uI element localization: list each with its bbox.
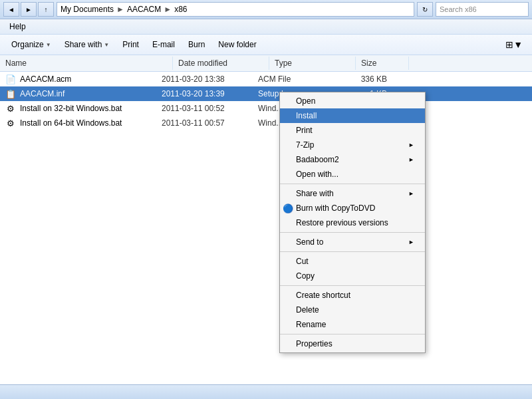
status-bar [0, 384, 532, 399]
context-menu-item-install[interactable]: Install [280, 108, 425, 123]
email-button[interactable]: E-mail [146, 37, 181, 52]
ctx-item-label: Cut [296, 257, 309, 266]
ctx-item-label: Burn with CopyToDVD [296, 203, 375, 213]
table-row[interactable]: ⚙Install on 64-bit Windows.bat2011-03-11… [0, 116, 532, 130]
ctx-item-label: Rename [296, 320, 326, 329]
col-header-date[interactable]: Date modified [173, 57, 269, 70]
col-header-size[interactable]: Size [356, 57, 409, 70]
views-button[interactable]: ⊞ ▼ [501, 37, 527, 53]
new-folder-button[interactable]: New folder [212, 37, 262, 52]
print-button[interactable]: Print [116, 37, 145, 52]
ctx-separator [280, 251, 425, 252]
back-button[interactable]: ◄ [3, 2, 19, 17]
ctx-submenu-arrow: ► [408, 156, 414, 163]
file-name: AACACM.acm [20, 74, 71, 84]
file-name-cell: ⚙Install on 64-bit Windows.bat [0, 118, 156, 128]
address-bar[interactable]: My Documents ► AACACM ► x86 [57, 2, 414, 17]
table-row[interactable]: 📋AACACM.inf2011-03-20 13:39Setup I...1 K… [0, 86, 532, 101]
up-button[interactable]: ↑ [38, 2, 54, 17]
column-headers: Name Date modified Type Size [0, 55, 532, 72]
breadcrumb: My Documents ► AACACM ► x86 [61, 5, 188, 14]
breadcrumb-item-2[interactable]: AACACM [127, 5, 161, 14]
ctx-item-label: Open with... [296, 170, 338, 179]
context-menu-item-badaboom2[interactable]: Badaboom2► [280, 152, 425, 167]
views-arrow: ▼ [513, 39, 523, 50]
file-date: 2011-03-20 13:39 [156, 89, 253, 98]
new-folder-label: New folder [218, 40, 256, 49]
ctx-item-label: Open [296, 96, 315, 106]
file-list[interactable]: Name Date modified Type Size 📄AACACM.acm… [0, 55, 532, 391]
file-name: Install on 64-bit Windows.bat [20, 118, 122, 128]
context-menu-item-cut[interactable]: Cut [280, 254, 425, 269]
ctx-item-label: Properties [296, 339, 332, 348]
context-menu-item-copy[interactable]: Copy [280, 269, 425, 283]
file-date: 2011-03-11 00:52 [156, 104, 253, 113]
ctx-item-label: Copy [296, 271, 315, 281]
ctx-separator [280, 232, 425, 233]
file-size: 336 KB [339, 74, 392, 84]
context-menu-item-share-with[interactable]: Share with► [280, 186, 425, 201]
ctx-item-label: Restore previous versions [296, 218, 388, 227]
file-icon: 📋 [4, 89, 17, 99]
context-menu-item-create-shortcut[interactable]: Create shortcut [280, 288, 425, 303]
refresh-button[interactable]: ↻ [417, 2, 433, 17]
forward-button[interactable]: ► [21, 2, 37, 17]
ctx-item-label: Delete [296, 305, 319, 315]
context-menu-item-print[interactable]: Print [280, 123, 425, 138]
context-menu-item-delete[interactable]: Delete [280, 303, 425, 317]
organize-arrow: ▼ [46, 42, 51, 48]
context-menu-item-rename[interactable]: Rename [280, 317, 425, 332]
ctx-submenu-arrow: ► [408, 142, 414, 148]
toolbar: Organize ▼ Share with ▼ Print E-mail Bur… [0, 35, 532, 55]
search-box[interactable]: Search x86 [436, 2, 529, 17]
context-menu-item-open-with...[interactable]: Open with... [280, 167, 425, 182]
table-row[interactable]: 📄AACACM.acm2011-03-20 13:38ACM File336 K… [0, 72, 532, 86]
share-with-button[interactable]: Share with ▼ [59, 37, 116, 52]
ctx-separator [280, 334, 425, 334]
context-menu-item-properties[interactable]: Properties [280, 336, 425, 351]
ctx-item-label: Send to [296, 237, 323, 247]
file-icon: ⚙ [4, 118, 17, 128]
help-menu[interactable]: Help [5, 21, 30, 33]
file-icon: 📄 [4, 74, 17, 84]
menu-bar: Help [0, 19, 532, 35]
breadcrumb-item-3[interactable]: x86 [174, 5, 187, 14]
share-arrow: ▼ [104, 42, 109, 48]
share-label: Share with [65, 40, 102, 49]
file-rows-container: 📄AACACM.acm2011-03-20 13:38ACM File336 K… [0, 72, 532, 130]
file-area: Name Date modified Type Size 📄AACACM.acm… [0, 55, 532, 391]
file-date: 2011-03-20 13:38 [156, 74, 253, 84]
file-name: Install on 32-bit Windows.bat [20, 104, 122, 113]
file-name-cell: 📄AACACM.acm [0, 74, 156, 84]
col-header-name[interactable]: Name [0, 57, 173, 70]
col-header-type[interactable]: Type [269, 57, 356, 70]
burn-button[interactable]: Burn [182, 37, 211, 52]
organize-button[interactable]: Organize ▼ [5, 37, 57, 52]
file-icon: ⚙ [4, 104, 17, 114]
organize-label: Organize [11, 40, 44, 49]
ctx-item-label: 7-Zip [296, 140, 314, 150]
context-menu-item-open[interactable]: Open [280, 94, 425, 108]
email-label: E-mail [152, 40, 175, 49]
table-row[interactable]: ⚙Install on 32-bit Windows.bat2011-03-11… [0, 101, 532, 116]
context-menu-item-send-to[interactable]: Send to► [280, 235, 425, 249]
context-menu-item-restore-previous-versions[interactable]: Restore previous versions [280, 215, 425, 230]
context-menu-item-burn-with-copytodvd[interactable]: 🔵Burn with CopyToDVD [280, 201, 425, 215]
context-menu-item-7-zip[interactable]: 7-Zip► [280, 138, 425, 152]
ctx-item-label: Create shortcut [296, 291, 350, 300]
ctx-item-label: Share with [296, 189, 334, 198]
breadcrumb-item-1[interactable]: My Documents [61, 5, 114, 14]
ctx-item-label: Install [296, 111, 317, 120]
file-date: 2011-03-11 00:57 [156, 118, 253, 128]
context-menu: OpenInstallPrint7-Zip►Badaboom2►Open wit… [279, 92, 426, 353]
file-name-cell: 📋AACACM.inf [0, 89, 156, 99]
ctx-submenu-arrow: ► [408, 239, 414, 245]
ctx-submenu-arrow: ► [408, 190, 414, 197]
ctx-separator [280, 184, 425, 184]
burn-label: Burn [188, 40, 205, 49]
file-type: ACM File [253, 74, 339, 84]
print-label: Print [122, 40, 139, 49]
ctx-separator [280, 285, 425, 286]
file-name-cell: ⚙Install on 32-bit Windows.bat [0, 104, 156, 114]
ctx-item-label: Print [296, 126, 313, 135]
